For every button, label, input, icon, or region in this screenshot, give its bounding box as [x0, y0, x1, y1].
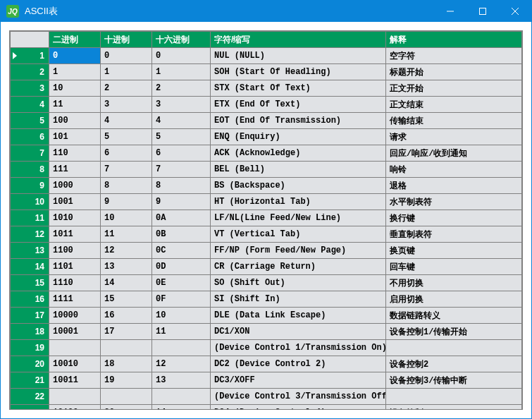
cell-char[interactable]: FF/NP (Form Feed/New Page): [211, 243, 386, 259]
cell-bin[interactable]: 10011: [49, 372, 101, 389]
cell-hex[interactable]: 11: [152, 324, 211, 340]
col-header-binary[interactable]: 二进制: [49, 32, 101, 48]
row-number-cell[interactable]: 23: [11, 405, 49, 410]
ascii-grid[interactable]: 二进制 十进制 十六进制 字符/缩写 解释 1000NUL (NULL)空字符2…: [9, 30, 523, 410]
cell-hex[interactable]: 6: [152, 145, 211, 162]
cell-char[interactable]: (Device Control 1/Transmission On): [211, 340, 386, 356]
cell-bin[interactable]: 1010: [49, 210, 101, 226]
cell-hex[interactable]: 13: [152, 372, 211, 389]
cell-desc[interactable]: 换行键: [386, 210, 522, 226]
cell-dec[interactable]: 7: [101, 162, 152, 178]
row-number-cell[interactable]: 9: [11, 178, 49, 194]
cell-desc[interactable]: 设备控制2: [386, 356, 522, 372]
row-number-cell[interactable]: 19: [11, 340, 49, 356]
cell-hex[interactable]: 0A: [152, 210, 211, 226]
close-button[interactable]: [499, 1, 531, 22]
cell-desc[interactable]: 回应/响应/收到通知: [386, 145, 522, 162]
cell-desc[interactable]: 空字符: [386, 48, 522, 64]
cell-bin[interactable]: [49, 389, 101, 405]
cell-bin[interactable]: 111: [49, 162, 101, 178]
cell-dec[interactable]: 4: [101, 113, 152, 129]
cell-char[interactable]: EOT (End Of Transmission): [211, 113, 386, 129]
table-row[interactable]: 111010100ALF/NL(Line Feed/New Line)换行键: [11, 210, 522, 226]
cell-dec[interactable]: 8: [101, 178, 152, 194]
cell-hex[interactable]: 7: [152, 162, 211, 178]
cell-dec[interactable]: [101, 340, 152, 356]
table-row[interactable]: 9100088BS (Backspace)退格: [11, 178, 522, 194]
cell-desc[interactable]: [386, 340, 522, 356]
cell-hex[interactable]: 1: [152, 64, 211, 80]
table-row[interactable]: 41133ETX (End Of Text)正文结束: [11, 97, 522, 113]
minimize-button[interactable]: [434, 1, 466, 22]
cell-bin[interactable]: 101: [49, 129, 101, 145]
cell-char[interactable]: SO (Shift Out): [211, 275, 386, 291]
cell-bin[interactable]: 1110: [49, 275, 101, 291]
cell-dec[interactable]: 6: [101, 145, 152, 162]
row-number-cell[interactable]: 4: [11, 97, 49, 113]
grid-scroll[interactable]: 二进制 十进制 十六进制 字符/缩写 解释 1000NUL (NULL)空字符2…: [10, 31, 522, 409]
table-row[interactable]: 22(Device Control 3/Transmission Off): [11, 389, 522, 405]
col-header-desc[interactable]: 解释: [386, 32, 522, 48]
cell-hex[interactable]: 4: [152, 113, 211, 129]
table-row[interactable]: 610155ENQ (Enquiry)请求: [11, 129, 522, 145]
row-number-cell[interactable]: 5: [11, 113, 49, 129]
cell-char[interactable]: BS (Backspace): [211, 178, 386, 194]
cell-char[interactable]: CR (Carriage Return): [211, 259, 386, 275]
cell-char[interactable]: HT (Horizontal Tab): [211, 194, 386, 210]
row-number-cell[interactable]: 6: [11, 129, 49, 145]
cell-char[interactable]: VT (Vertical Tab): [211, 226, 386, 243]
cell-hex[interactable]: 5: [152, 129, 211, 145]
cell-bin[interactable]: 0: [49, 48, 101, 64]
cell-desc[interactable]: 正文开始: [386, 80, 522, 97]
cell-hex[interactable]: [152, 389, 211, 405]
table-row[interactable]: 10100199HT (Horizontal Tab)水平制表符: [11, 194, 522, 210]
table-row[interactable]: 510044EOT (End Of Transmission)传输结束: [11, 113, 522, 129]
cell-desc[interactable]: 响铃: [386, 162, 522, 178]
cell-dec[interactable]: 10: [101, 210, 152, 226]
table-row[interactable]: 161111150FSI (Shift In)启用切换: [11, 291, 522, 308]
row-number-cell[interactable]: 22: [11, 389, 49, 405]
cell-bin[interactable]: 100: [49, 113, 101, 129]
cell-hex[interactable]: 9: [152, 194, 211, 210]
table-row[interactable]: 1000NUL (NULL)空字符: [11, 48, 522, 64]
row-number-cell[interactable]: 10: [11, 194, 49, 210]
cell-bin[interactable]: 1100: [49, 243, 101, 259]
cell-dec[interactable]: 1: [101, 64, 152, 80]
cell-hex[interactable]: 8: [152, 178, 211, 194]
cell-char[interactable]: ENQ (Enquiry): [211, 129, 386, 145]
cell-char[interactable]: NUL (NULL): [211, 48, 386, 64]
cell-char[interactable]: DC3/XOFF: [211, 372, 386, 389]
cell-dec[interactable]: 2: [101, 80, 152, 97]
cell-desc[interactable]: 不用切换: [386, 275, 522, 291]
cell-desc[interactable]: 正文结束: [386, 97, 522, 113]
cell-hex[interactable]: 0F: [152, 291, 211, 308]
cell-desc[interactable]: 标题开始: [386, 64, 522, 80]
row-number-cell[interactable]: 18: [11, 324, 49, 340]
cell-dec[interactable]: 12: [101, 243, 152, 259]
cell-dec[interactable]: 19: [101, 372, 152, 389]
table-row[interactable]: 131100120CFF/NP (Form Feed/New Page)换页键: [11, 243, 522, 259]
cell-dec[interactable]: 15: [101, 291, 152, 308]
row-number-cell[interactable]: 8: [11, 162, 49, 178]
cell-hex[interactable]: [152, 340, 211, 356]
cell-dec[interactable]: 20: [101, 405, 152, 410]
cell-char[interactable]: ACK (Acknowledge): [211, 145, 386, 162]
col-header-decimal[interactable]: 十进制: [101, 32, 152, 48]
row-number-cell[interactable]: 3: [11, 80, 49, 97]
table-row[interactable]: 151110140ESO (Shift Out)不用切换: [11, 275, 522, 291]
row-number-cell[interactable]: 2: [11, 64, 49, 80]
cell-char[interactable]: DLE (Data Link Escape): [211, 308, 386, 324]
cell-char[interactable]: SI (Shift In): [211, 291, 386, 308]
row-number-cell[interactable]: 7: [11, 145, 49, 162]
table-row[interactable]: 2111SOH (Start Of Headling)标题开始: [11, 64, 522, 80]
cell-char[interactable]: DC1/XON: [211, 324, 386, 340]
table-row[interactable]: 141101130DCR (Carriage Return)回车键: [11, 259, 522, 275]
cell-char[interactable]: ETX (End Of Text): [211, 97, 386, 113]
cell-bin[interactable]: 10001: [49, 324, 101, 340]
cell-hex[interactable]: 12: [152, 356, 211, 372]
cell-desc[interactable]: 传输结束: [386, 113, 522, 129]
cell-bin[interactable]: 1: [49, 64, 101, 80]
corner-cell[interactable]: [11, 32, 49, 48]
cell-char[interactable]: STX (Start Of Text): [211, 80, 386, 97]
cell-hex[interactable]: 0E: [152, 275, 211, 291]
